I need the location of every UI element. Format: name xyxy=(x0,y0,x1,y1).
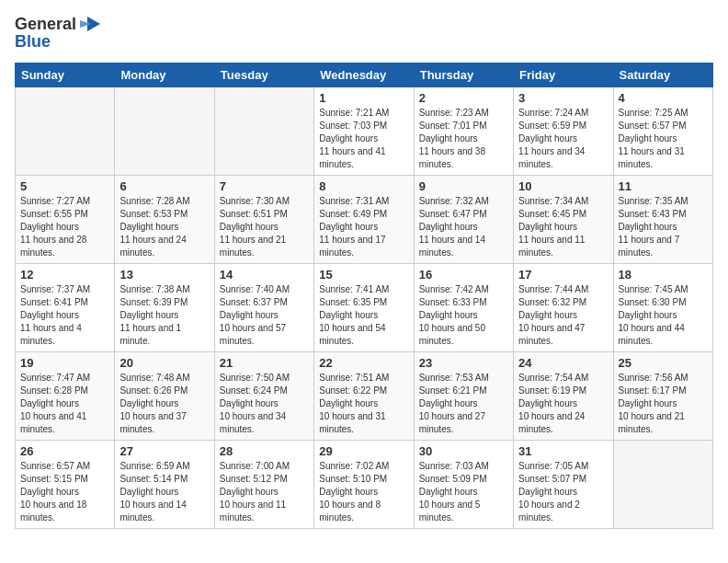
calendar-cell: 25Sunrise: 7:56 AMSunset: 6:17 PMDayligh… xyxy=(613,352,712,441)
calendar-cell xyxy=(16,87,115,176)
calendar-cell: 14Sunrise: 7:40 AMSunset: 6:37 PMDayligh… xyxy=(214,264,313,352)
day-number: 11 xyxy=(619,179,708,193)
day-info: Sunrise: 7:45 AMSunset: 6:30 PMDaylight … xyxy=(619,283,708,348)
day-info: Sunrise: 7:40 AMSunset: 6:37 PMDaylight … xyxy=(220,283,309,348)
day-number: 3 xyxy=(518,91,608,105)
calendar-cell: 1Sunrise: 7:21 AMSunset: 7:03 PMDaylight… xyxy=(314,87,414,176)
calendar-week-3: 12Sunrise: 7:37 AMSunset: 6:41 PMDayligh… xyxy=(16,264,713,352)
day-number: 28 xyxy=(220,444,309,458)
day-number: 10 xyxy=(518,179,608,193)
day-number: 5 xyxy=(20,179,109,193)
day-info: Sunrise: 7:50 AMSunset: 6:24 PMDaylight … xyxy=(220,372,309,436)
column-header-tuesday: Tuesday xyxy=(214,63,313,87)
day-info: Sunrise: 7:38 AMSunset: 6:39 PMDaylight … xyxy=(119,283,209,348)
calendar-cell: 31Sunrise: 7:05 AMSunset: 5:07 PMDayligh… xyxy=(514,441,613,529)
calendar-cell: 20Sunrise: 7:48 AMSunset: 6:26 PMDayligh… xyxy=(115,352,214,441)
calendar-cell: 24Sunrise: 7:54 AMSunset: 6:19 PMDayligh… xyxy=(514,352,613,441)
calendar-cell: 10Sunrise: 7:34 AMSunset: 6:45 PMDayligh… xyxy=(514,176,613,264)
calendar-cell xyxy=(115,87,214,176)
calendar-cell: 17Sunrise: 7:44 AMSunset: 6:32 PMDayligh… xyxy=(514,264,613,352)
day-number: 7 xyxy=(220,179,309,193)
day-info: Sunrise: 7:54 AMSunset: 6:19 PMDaylight … xyxy=(518,372,608,436)
day-info: Sunrise: 7:03 AMSunset: 5:09 PMDaylight … xyxy=(419,460,508,524)
column-header-sunday: Sunday xyxy=(16,63,115,87)
day-info: Sunrise: 7:21 AMSunset: 7:03 PMDaylight … xyxy=(319,107,408,171)
calendar-cell: 16Sunrise: 7:42 AMSunset: 6:33 PMDayligh… xyxy=(414,264,513,352)
day-info: Sunrise: 7:27 AMSunset: 6:55 PMDaylight … xyxy=(20,195,109,259)
day-info: Sunrise: 7:34 AMSunset: 6:45 PMDaylight … xyxy=(518,195,608,259)
logo: General Blue xyxy=(15,15,100,52)
day-number: 4 xyxy=(619,91,708,105)
calendar-cell: 27Sunrise: 6:59 AMSunset: 5:14 PMDayligh… xyxy=(115,441,214,529)
calendar-cell: 4Sunrise: 7:25 AMSunset: 6:57 PMDaylight… xyxy=(613,87,712,176)
day-info: Sunrise: 7:48 AMSunset: 6:26 PMDaylight … xyxy=(119,372,209,436)
calendar-cell: 30Sunrise: 7:03 AMSunset: 5:09 PMDayligh… xyxy=(414,441,513,529)
day-number: 21 xyxy=(220,356,309,370)
day-number: 15 xyxy=(319,268,408,282)
day-info: Sunrise: 7:37 AMSunset: 6:41 PMDaylight … xyxy=(20,283,109,348)
calendar-cell xyxy=(613,441,712,529)
calendar-cell: 11Sunrise: 7:35 AMSunset: 6:43 PMDayligh… xyxy=(613,176,712,264)
day-info: Sunrise: 7:30 AMSunset: 6:51 PMDaylight … xyxy=(220,195,309,259)
calendar-cell: 13Sunrise: 7:38 AMSunset: 6:39 PMDayligh… xyxy=(115,264,214,352)
calendar-cell: 5Sunrise: 7:27 AMSunset: 6:55 PMDaylight… xyxy=(16,176,115,264)
calendar-cell: 6Sunrise: 7:28 AMSunset: 6:53 PMDaylight… xyxy=(115,176,214,264)
day-number: 30 xyxy=(419,444,508,458)
day-info: Sunrise: 7:32 AMSunset: 6:47 PMDaylight … xyxy=(419,195,508,259)
column-header-saturday: Saturday xyxy=(613,63,712,87)
calendar-week-1: 1Sunrise: 7:21 AMSunset: 7:03 PMDaylight… xyxy=(16,87,713,176)
day-number: 27 xyxy=(119,444,209,458)
calendar-cell: 8Sunrise: 7:31 AMSunset: 6:49 PMDaylight… xyxy=(314,176,414,264)
day-number: 14 xyxy=(220,268,309,282)
calendar-cell: 15Sunrise: 7:41 AMSunset: 6:35 PMDayligh… xyxy=(314,264,414,352)
logo-icon xyxy=(80,17,100,33)
day-number: 17 xyxy=(518,268,608,282)
day-number: 25 xyxy=(619,356,708,370)
day-number: 12 xyxy=(20,268,109,282)
day-number: 26 xyxy=(20,444,109,458)
calendar-cell: 23Sunrise: 7:53 AMSunset: 6:21 PMDayligh… xyxy=(414,352,513,441)
day-number: 24 xyxy=(518,356,608,370)
day-info: Sunrise: 7:28 AMSunset: 6:53 PMDaylight … xyxy=(119,195,209,259)
day-info: Sunrise: 7:56 AMSunset: 6:17 PMDaylight … xyxy=(619,372,708,436)
day-number: 31 xyxy=(518,444,608,458)
calendar-cell: 18Sunrise: 7:45 AMSunset: 6:30 PMDayligh… xyxy=(613,264,712,352)
logo-general-text: General xyxy=(15,15,76,34)
day-info: Sunrise: 7:51 AMSunset: 6:22 PMDaylight … xyxy=(319,372,408,436)
day-info: Sunrise: 7:53 AMSunset: 6:21 PMDaylight … xyxy=(419,372,508,436)
day-number: 9 xyxy=(419,179,508,193)
column-header-thursday: Thursday xyxy=(414,63,513,87)
day-number: 2 xyxy=(419,91,508,105)
day-info: Sunrise: 7:00 AMSunset: 5:12 PMDaylight … xyxy=(220,460,309,524)
day-number: 19 xyxy=(20,356,109,370)
calendar-week-2: 5Sunrise: 7:27 AMSunset: 6:55 PMDaylight… xyxy=(16,176,713,264)
day-info: Sunrise: 7:25 AMSunset: 6:57 PMDaylight … xyxy=(619,107,708,171)
calendar-header-row: SundayMondayTuesdayWednesdayThursdayFrid… xyxy=(16,63,713,87)
page-header: General Blue xyxy=(15,15,713,52)
logo-blue-text: Blue xyxy=(15,32,51,52)
calendar-cell: 28Sunrise: 7:00 AMSunset: 5:12 PMDayligh… xyxy=(214,441,313,529)
calendar-cell: 26Sunrise: 6:57 AMSunset: 5:15 PMDayligh… xyxy=(16,441,115,529)
day-number: 13 xyxy=(119,268,209,282)
day-number: 20 xyxy=(119,356,209,370)
day-info: Sunrise: 7:31 AMSunset: 6:49 PMDaylight … xyxy=(319,195,408,259)
day-number: 1 xyxy=(319,91,408,105)
column-header-friday: Friday xyxy=(514,63,613,87)
day-info: Sunrise: 7:47 AMSunset: 6:28 PMDaylight … xyxy=(20,372,109,436)
day-number: 23 xyxy=(419,356,508,370)
day-number: 18 xyxy=(619,268,708,282)
calendar-cell: 29Sunrise: 7:02 AMSunset: 5:10 PMDayligh… xyxy=(314,441,414,529)
calendar-cell: 19Sunrise: 7:47 AMSunset: 6:28 PMDayligh… xyxy=(16,352,115,441)
calendar-cell: 12Sunrise: 7:37 AMSunset: 6:41 PMDayligh… xyxy=(16,264,115,352)
day-info: Sunrise: 7:05 AMSunset: 5:07 PMDaylight … xyxy=(518,460,608,524)
day-number: 16 xyxy=(419,268,508,282)
day-info: Sunrise: 7:44 AMSunset: 6:32 PMDaylight … xyxy=(518,283,608,348)
calendar-cell: 9Sunrise: 7:32 AMSunset: 6:47 PMDaylight… xyxy=(414,176,513,264)
day-info: Sunrise: 7:41 AMSunset: 6:35 PMDaylight … xyxy=(319,283,408,348)
calendar-cell: 3Sunrise: 7:24 AMSunset: 6:59 PMDaylight… xyxy=(514,87,613,176)
day-info: Sunrise: 7:23 AMSunset: 7:01 PMDaylight … xyxy=(419,107,508,171)
day-number: 8 xyxy=(319,179,408,193)
day-info: Sunrise: 7:35 AMSunset: 6:43 PMDaylight … xyxy=(619,195,708,259)
calendar-table: SundayMondayTuesdayWednesdayThursdayFrid… xyxy=(15,63,713,529)
calendar-week-4: 19Sunrise: 7:47 AMSunset: 6:28 PMDayligh… xyxy=(16,352,713,441)
